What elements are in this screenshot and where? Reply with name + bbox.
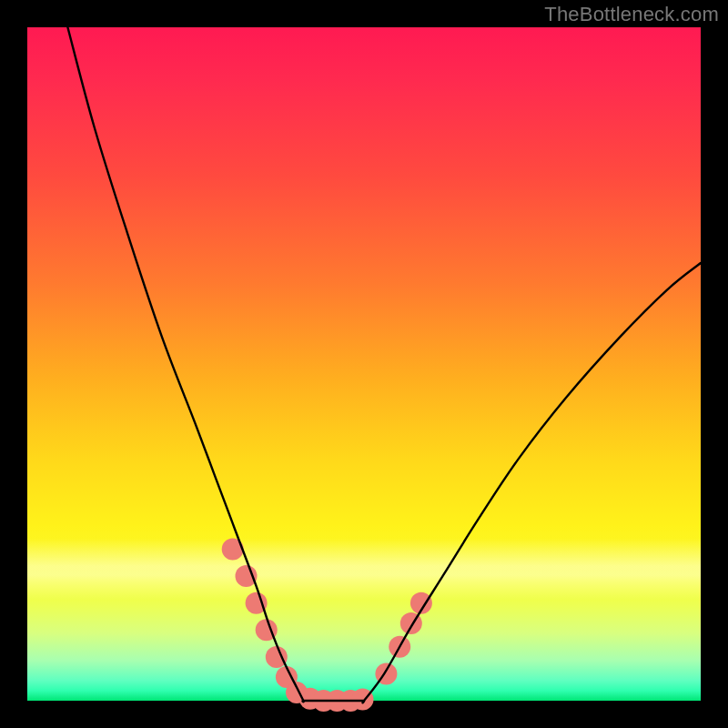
marker-group [222,539,432,713]
bottleneck-curve [67,27,701,703]
marker-dot [236,565,258,587]
chart-frame: TheBottleneck.com [0,0,728,728]
chart-svg [27,27,701,701]
curve-group [67,27,701,703]
plot-area [27,27,701,701]
watermark-text: TheBottleneck.com [544,3,719,26]
